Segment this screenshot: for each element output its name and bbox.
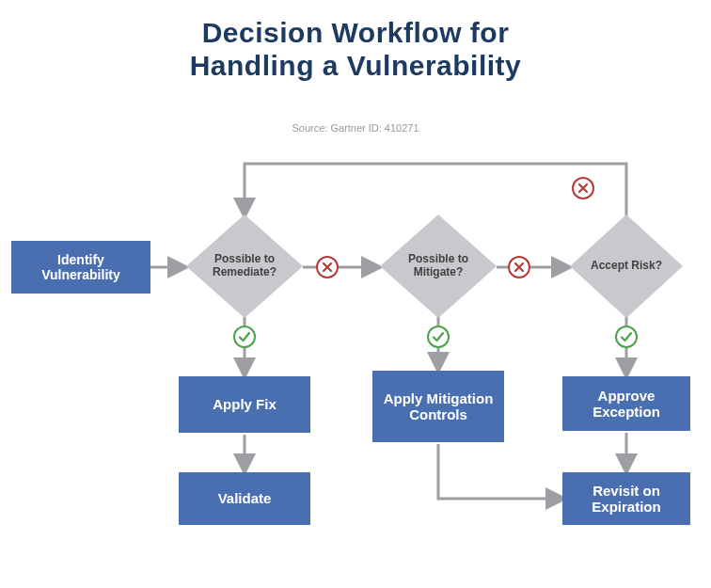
diagram-title: Decision Workflow for Handling a Vulnera… — [0, 17, 711, 82]
diagram-stage: Decision Workflow for Handling a Vulnera… — [0, 0, 711, 588]
x-icon — [572, 177, 594, 199]
node-validate: Validate — [179, 472, 310, 525]
node-apply-fix-label: Apply Fix — [213, 396, 276, 412]
node-remediate-decision: Possible to Remediate? — [186, 215, 303, 318]
node-validate-label: Validate — [218, 490, 272, 506]
node-apply-mitigation: Apply Mitigation Controls — [372, 371, 504, 442]
node-accept-label: Accept Risk? — [577, 260, 675, 273]
checkmark-icon — [233, 326, 256, 348]
node-mitigate-label: Possible to Mitigate? — [380, 253, 497, 279]
node-remediate-label: Possible to Remediate? — [186, 253, 303, 279]
node-identify: Identify Vulnerability — [11, 241, 150, 294]
node-apply-fix: Apply Fix — [179, 376, 310, 433]
title-line-2: Handling a Vulnerability — [190, 50, 522, 81]
x-icon — [316, 256, 339, 278]
checkmark-icon — [427, 326, 450, 348]
node-accept-decision: Accept Risk? — [570, 215, 683, 318]
title-line-1: Decision Workflow for — [202, 17, 510, 48]
node-apply-mitigation-label: Apply Mitigation Controls — [380, 390, 497, 423]
x-icon — [508, 256, 530, 278]
node-revisit: Revisit on Expiration — [562, 472, 690, 525]
node-approve-exception: Approve Exception — [562, 376, 690, 431]
source-line: Source: Gartner ID: 410271 — [0, 122, 711, 134]
node-revisit-label: Revisit on Expiration — [570, 483, 683, 516]
checkmark-icon — [615, 326, 638, 348]
node-approve-exception-label: Approve Exception — [570, 388, 683, 421]
node-identify-label: Identify Vulnerability — [19, 252, 143, 282]
node-mitigate-decision: Possible to Mitigate? — [380, 215, 497, 318]
